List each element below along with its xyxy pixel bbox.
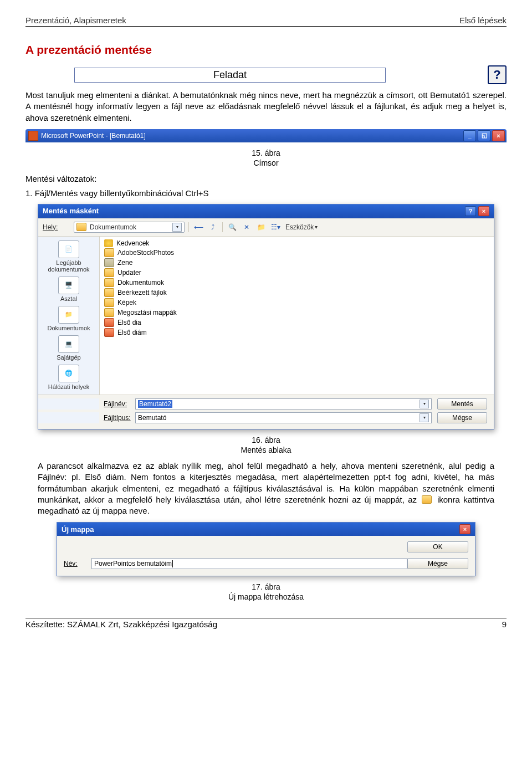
filetype-dropdown[interactable]: Bemutató ▾ [135,412,432,423]
dialog-help-button[interactable]: ? [465,206,476,216]
folder-icon [104,288,114,297]
list-item: Beérkezett fájlok [104,288,489,298]
file-name: Első diám [117,329,147,336]
file-name: Beérkezett fájlok [117,289,167,296]
figure-15-number: 15. ábra [252,149,280,157]
new-folder-titlebar: Új mappa × [57,523,475,536]
list-item: Dokumentumok [104,278,489,288]
header-right: Első lépések [459,16,507,25]
search-icon[interactable]: 🔍 [227,222,238,233]
page-number: 9 [502,620,507,629]
up-icon[interactable]: ⤴ [207,222,218,233]
list-item: Zene [104,258,489,268]
filetype-value: Bemutató [138,414,166,422]
ppt-file-icon [104,318,114,327]
cancel-button[interactable]: Mégse [437,412,487,423]
cancel-button[interactable]: Mégse [407,558,468,569]
save-dialog-toolbar: Hely: Dokumentumok ▾ ⟵ ⤴ 🔍 ✕ 📁 ☷▾ Eszköz… [38,218,494,237]
ppt-file-icon [104,328,114,337]
folder-name-field[interactable]: PowerPointos bemutatóim [91,558,407,569]
figure-16-number: 16. ábra [252,436,280,444]
paragraph-2: A parancsot alkalmazva ez az ablak nyíli… [38,460,494,516]
name-label: Név: [64,560,91,567]
new-folder-title: Új mappa [62,525,94,534]
dialog-close-button[interactable]: × [478,206,489,216]
place-label: Asztal [60,295,77,302]
place-documents[interactable]: 📁Dokumentumok [40,304,97,332]
file-name: Dokumentumok [117,279,164,286]
place-desktop[interactable]: 🖥️Asztal [40,275,97,303]
footer-left: Készítette: SZÁMALK Zrt, Szakképzési Iga… [25,620,217,629]
file-name: Updater [117,269,141,277]
close-button[interactable]: × [492,130,505,141]
filename-field[interactable]: Bemutató2 ▾ [135,398,432,410]
place-computer[interactable]: 💻Sajátgép [40,334,97,362]
places-bar: 📄Legújabb dokumentumok 🖥️Asztal 📁Dokumen… [38,237,100,395]
place-label: Legújabb dokumentumok [48,259,89,273]
chevron-down-icon: ▾ [172,223,182,232]
folder-icon [104,248,114,257]
save-dialog-title: Mentés másként [43,207,99,215]
location-dropdown[interactable]: Dokumentumok ▾ [74,222,185,233]
views-icon[interactable]: ☷▾ [270,222,281,233]
place-label: Sajátgép [57,354,80,361]
header-left: Prezentáció, Alapismeretek [25,16,126,25]
file-name: Képek [117,299,136,306]
archive-icon [104,258,114,267]
caret-icon [172,560,173,567]
file-name: Kedvencek [116,239,149,247]
folder-icon [104,308,114,317]
filetype-label: Fájltípus: [99,414,135,422]
ok-button[interactable]: OK [407,541,468,552]
mentesi-valtozatok-label: Mentési változatok: [25,173,507,185]
place-label: Dokumentumok [47,325,90,331]
file-name: AdobeStockPhotos [117,249,174,257]
filename-label: Fájlnév: [99,400,135,408]
help-icon: ? [488,65,507,84]
location-value: Dokumentumok [90,223,136,231]
list-item-1: 1. Fájl/Mentés vagy billentyűkombinációv… [25,188,507,199]
paragraph-1: Most tanuljuk meg elmenteni a diánkat. A… [25,90,507,124]
back-icon[interactable]: ⟵ [193,222,204,233]
place-label: Hálózati helyek [48,383,90,390]
new-folder-icon[interactable]: 📁 [255,222,267,233]
figure-15-label: Címsor [253,158,278,167]
chevron-down-icon: ▾ [420,400,429,408]
folder-icon [104,298,114,307]
list-item: Megosztási mappák [104,308,489,318]
new-folder-inline-icon [422,495,432,504]
list-item: Képek [104,298,489,308]
save-as-dialog: Mentés másként ? × Hely: Dokumentumok ▾ … [38,204,494,429]
figure-17-number: 17. ábra [252,582,280,591]
restore-button[interactable]: ◱ [478,130,490,141]
dialog-close-button[interactable]: × [459,524,470,534]
chevron-down-icon: ▾ [420,413,429,422]
list-item: Első dia [104,318,489,327]
save-button[interactable]: Mentés [437,398,487,410]
place-network[interactable]: 🌐Hálózati helyek [40,363,97,391]
file-name: Megosztási mappák [117,309,177,316]
list-item: Első diám [104,327,489,337]
tools-dropdown[interactable]: Eszközök ▾ [285,223,318,231]
file-name: Zene [117,259,132,267]
powerpoint-app-icon [28,131,38,141]
folder-name-value: PowerPointos bemutatóim [94,560,172,567]
list-item: Kedvencek [104,239,489,248]
delete-icon[interactable]: ✕ [241,222,252,233]
powerpoint-title: Microsoft PowerPoint - [Bemutató1] [41,132,146,140]
task-frame: Feladat [74,68,386,83]
place-recent[interactable]: 📄Legújabb dokumentumok [40,239,97,274]
powerpoint-titlebar: Microsoft PowerPoint - [Bemutató1] _ ◱ × [25,129,507,142]
folder-icon [104,268,114,277]
list-item: Updater [104,268,489,278]
filename-value: Bemutató2 [138,400,172,408]
figure-16-label: Mentés ablaka [241,446,291,454]
save-dialog-titlebar: Mentés másként ? × [38,204,494,218]
minimize-button[interactable]: _ [463,130,476,141]
file-list[interactable]: Kedvencek AdobeStockPhotos Zene Updater … [100,237,494,395]
favorites-icon [104,239,113,247]
figure-17-label: Új mappa létrehozása [228,592,304,601]
list-item: AdobeStockPhotos [104,248,489,258]
location-label: Hely: [43,223,70,231]
chevron-down-icon: ▾ [315,224,318,230]
